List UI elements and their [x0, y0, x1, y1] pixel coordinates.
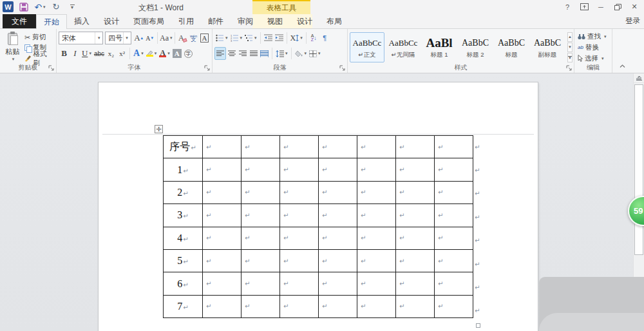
table-empty-cell[interactable]: ↵: [319, 136, 357, 158]
tab-table-layout[interactable]: 布局: [319, 14, 349, 28]
style-title[interactable]: AaBbC 标题: [494, 32, 529, 62]
table-empty-cell[interactable]: ↵: [319, 249, 357, 272]
table-empty-cell[interactable]: ↵: [357, 181, 396, 203]
tab-insert[interactable]: 插入: [67, 14, 97, 28]
ruler-toggle-icon[interactable]: [634, 73, 644, 83]
table-empty-cell[interactable]: ↵: [396, 227, 435, 249]
help-icon[interactable]: ?: [560, 1, 574, 12]
shrink-font-button[interactable]: A▾: [144, 32, 155, 44]
table-empty-cell[interactable]: ↵: [280, 272, 319, 295]
underline-button[interactable]: U▾: [80, 47, 93, 60]
tab-view[interactable]: 视图: [260, 14, 290, 28]
table-empty-cell[interactable]: ↵: [396, 295, 435, 317]
align-right-button[interactable]: [237, 47, 248, 60]
table-empty-cell[interactable]: ↵: [203, 227, 242, 249]
table-empty-cell[interactable]: ↵: [280, 295, 319, 317]
change-case-button[interactable]: Aa▾: [159, 32, 173, 44]
align-left-button[interactable]: [214, 47, 226, 60]
table-empty-cell[interactable]: ↵: [242, 249, 280, 272]
character-border-button[interactable]: A: [199, 32, 210, 44]
enclose-characters-button[interactable]: 字: [183, 47, 194, 60]
distribute-button[interactable]: [259, 47, 270, 60]
table-empty-cell[interactable]: ↵: [396, 136, 435, 158]
font-name-combo[interactable]: 宋体▾: [59, 32, 103, 44]
ribbon-display-options-icon[interactable]: [577, 1, 591, 12]
decrease-indent-button[interactable]: [263, 32, 274, 44]
table-empty-cell[interactable]: ↵: [203, 295, 242, 317]
table-empty-cell[interactable]: ↵: [319, 295, 357, 317]
tab-design[interactable]: 设计: [97, 14, 126, 28]
character-shading-button[interactable]: A: [171, 47, 183, 60]
minimize-icon[interactable]: ─: [594, 1, 608, 12]
table-empty-cell[interactable]: ↵: [357, 136, 396, 158]
table-label-cell[interactable]: 7↵: [164, 295, 203, 317]
close-icon[interactable]: ✕: [627, 1, 641, 12]
table-empty-cell[interactable]: ↵: [435, 136, 473, 158]
table-label-cell[interactable]: 3↵: [164, 204, 203, 227]
table-empty-cell[interactable]: ↵: [435, 249, 473, 272]
styles-scroll-down-icon[interactable]: ▼: [567, 43, 573, 52]
multilevel-list-button[interactable]: ▾: [243, 32, 258, 44]
strikethrough-button[interactable]: abc: [93, 47, 106, 60]
font-color-button[interactable]: A▾: [158, 47, 171, 60]
undo-icon[interactable]: ↶▾: [34, 1, 46, 12]
text-effects-button[interactable]: A▾: [132, 47, 145, 60]
customize-qat-icon[interactable]: ▾: [66, 1, 78, 12]
table-empty-cell[interactable]: ↵: [396, 272, 435, 295]
table-empty-cell[interactable]: ↵: [203, 272, 242, 295]
table-empty-cell[interactable]: ↵: [435, 181, 473, 203]
save-icon[interactable]: [18, 1, 30, 12]
table-empty-cell[interactable]: ↵: [280, 158, 319, 181]
table-empty-cell[interactable]: ↵: [435, 295, 473, 317]
tab-references[interactable]: 引用: [171, 14, 201, 28]
cut-button[interactable]: ✂剪切: [23, 32, 54, 43]
increase-indent-button[interactable]: [274, 32, 285, 44]
select-button[interactable]: 选择▾: [576, 53, 610, 64]
table-empty-cell[interactable]: ↵: [203, 158, 242, 181]
grow-font-button[interactable]: A▴: [133, 32, 144, 44]
bullets-button[interactable]: ▾: [214, 32, 229, 44]
table-label-cell[interactable]: 4↵: [164, 227, 203, 249]
style-heading1[interactable]: AaBl 标题 1: [422, 32, 457, 62]
table-empty-cell[interactable]: ↵: [203, 181, 242, 203]
table-label-cell[interactable]: 5↵: [164, 249, 203, 272]
font-size-combo[interactable]: 四号▾: [105, 32, 131, 44]
subscript-button[interactable]: x₂: [106, 47, 117, 60]
styles-scroll-up-icon[interactable]: ▲: [567, 32, 573, 42]
table-empty-cell[interactable]: ↵: [435, 272, 473, 295]
borders-button[interactable]: ▾: [308, 47, 322, 60]
table-empty-cell[interactable]: ↵: [357, 204, 396, 227]
table-label-cell[interactable]: 2↵: [164, 181, 203, 203]
tab-home[interactable]: 开始: [36, 14, 67, 29]
table-empty-cell[interactable]: ↵: [319, 272, 357, 295]
justify-button[interactable]: [248, 47, 259, 60]
table-empty-cell[interactable]: ↵: [203, 249, 242, 272]
paste-button[interactable]: 粘贴 ▾: [2, 31, 23, 64]
table-empty-cell[interactable]: ↵: [280, 249, 319, 272]
font-dialog-launcher-icon[interactable]: [204, 65, 211, 71]
table-empty-cell[interactable]: ↵: [242, 136, 280, 158]
table-resize-handle[interactable]: [476, 323, 480, 328]
tab-table-design[interactable]: 设计: [290, 14, 319, 28]
restore-icon[interactable]: [611, 1, 625, 12]
styles-more-icon[interactable]: ▼: [567, 53, 573, 62]
sort-button[interactable]: AZ↓: [308, 32, 319, 44]
table-empty-cell[interactable]: ↵: [357, 295, 396, 317]
bold-button[interactable]: B: [59, 47, 70, 60]
show-hide-marks-button[interactable]: ¶: [319, 32, 330, 44]
table-empty-cell[interactable]: ↵: [280, 181, 319, 203]
styles-dialog-launcher-icon[interactable]: [566, 65, 573, 71]
table-empty-cell[interactable]: ↵: [242, 272, 280, 295]
superscript-button[interactable]: x²: [117, 47, 128, 60]
table-empty-cell[interactable]: ↵: [357, 158, 396, 181]
tab-file[interactable]: 文件: [3, 14, 36, 28]
table-label-cell[interactable]: 6↵: [164, 272, 203, 295]
table-empty-cell[interactable]: ↵: [242, 295, 280, 317]
table-empty-cell[interactable]: ↵: [357, 227, 396, 249]
sign-in-link[interactable]: 登录: [625, 16, 640, 26]
scrollbar-thumb[interactable]: [634, 84, 643, 255]
floating-assistant-badge[interactable]: 59: [628, 196, 644, 226]
shading-button[interactable]: ▾: [294, 47, 308, 60]
numbering-button[interactable]: 123▾: [229, 32, 244, 44]
tab-page-layout[interactable]: 页面布局: [126, 14, 171, 28]
